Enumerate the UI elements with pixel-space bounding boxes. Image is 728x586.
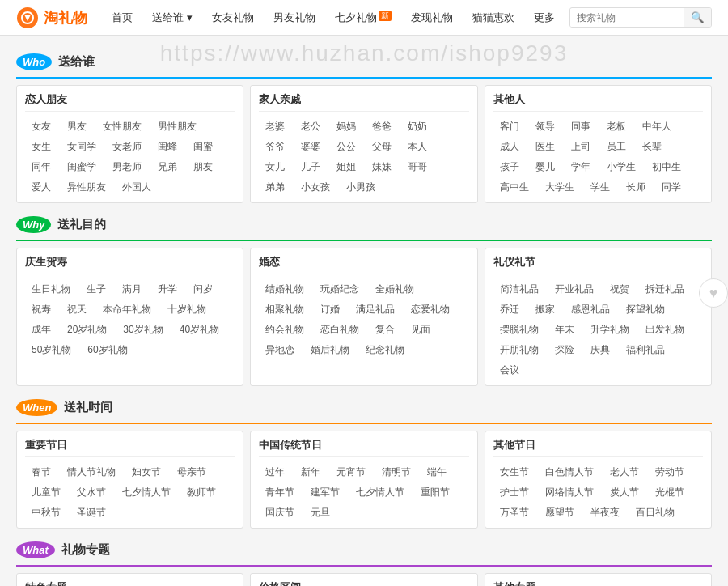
tag-open-biz[interactable]: 开业礼品 (548, 281, 600, 298)
tag-wedding[interactable]: 结婚礼物 (259, 281, 311, 298)
tag-mom[interactable]: 妈妈 (330, 118, 362, 135)
tag-smallgirl[interactable]: 小女孩 (294, 179, 336, 196)
tag-grandpa[interactable]: 爷爷 (259, 138, 291, 155)
tag-teacher-m[interactable]: 男老师 (106, 159, 148, 176)
tag-new-year-day[interactable]: 元旦 (304, 504, 336, 521)
tag-confess[interactable]: 恋白礼物 (314, 321, 366, 338)
tag-qingming[interactable]: 清明节 (375, 464, 417, 481)
tag-boss-tag[interactable]: 领导 (529, 118, 561, 135)
tag-qixi3[interactable]: 七夕情人节 (349, 484, 411, 501)
nav-more[interactable]: 更多 (526, 7, 563, 28)
tag-hundred-days[interactable]: 百日礼物 (629, 504, 681, 521)
tag-moving[interactable]: 乔迁 (493, 301, 526, 318)
tag-womens-day[interactable]: 妇女节 (125, 464, 167, 481)
tag-customer[interactable]: 客门 (493, 118, 526, 135)
tag-chongyang[interactable]: 重阳节 (414, 484, 456, 501)
tag-teacher-f[interactable]: 女老师 (106, 138, 148, 155)
tag-ml[interactable]: 婆婆 (294, 138, 327, 155)
tag-grandma[interactable]: 奶奶 (401, 118, 434, 135)
tag-girls-day[interactable]: 女生节 (493, 464, 535, 481)
tag-bestie[interactable]: 闺蜂 (151, 138, 184, 155)
tag-boy[interactable]: 同年 (25, 159, 57, 176)
tag-wife[interactable]: 老婆 (259, 118, 291, 135)
tag-bro[interactable]: 兄弟 (151, 159, 184, 176)
tag-date[interactable]: 约会礼物 (259, 321, 311, 338)
tag-reconcile[interactable]: 复合 (369, 321, 401, 338)
tag-son[interactable]: 儿子 (294, 159, 327, 176)
tag-daughter[interactable]: 女儿 (259, 159, 291, 176)
tag-elder-sis[interactable]: 姐姐 (330, 159, 362, 176)
tag-smallboy[interactable]: 小男孩 (340, 179, 382, 196)
tag-male-friend[interactable]: 男性朋友 (151, 118, 203, 135)
logo[interactable]: 淘礼物 (16, 6, 87, 29)
search-button[interactable]: 🔍 (684, 8, 711, 27)
tag-adult2[interactable]: 成年 (25, 321, 57, 338)
tag-middle[interactable]: 初中生 (645, 159, 688, 176)
tag-charcoal-day[interactable]: 炭人节 (603, 484, 645, 501)
tag-baby[interactable]: 婴儿 (529, 159, 561, 176)
tag-singles-day[interactable]: 光棍节 (649, 484, 691, 501)
tag-bff[interactable]: 闺蜜学 (61, 159, 103, 176)
tag-dating[interactable]: 恋爱礼物 (404, 301, 456, 318)
favorite-button[interactable]: ♥ (699, 278, 728, 308)
tag-parents[interactable]: 父母 (366, 138, 398, 155)
tag-longevity[interactable]: 祝寿 (25, 301, 57, 318)
tag-visit[interactable]: 探望礼物 (620, 301, 671, 318)
tag-foreign[interactable]: 外国人 (116, 179, 158, 196)
tag-welfare[interactable]: 福利礼品 (620, 342, 671, 359)
tag-self[interactable]: 本人 (401, 138, 434, 155)
tag-admission[interactable]: 升学 (151, 281, 184, 298)
tag-middle-age[interactable]: 中年人 (636, 118, 678, 135)
tag-halloween[interactable]: 万圣节 (493, 504, 535, 521)
tag-dad[interactable]: 爸爸 (366, 118, 398, 135)
tag-army-day[interactable]: 建军节 (304, 484, 346, 501)
tag-demolish[interactable]: 拆迁礼品 (639, 281, 691, 298)
tag-valentine[interactable]: 情人节礼物 (61, 464, 122, 481)
tag-girl[interactable]: 女生 (25, 138, 57, 155)
tag-lantern[interactable]: 元宵节 (330, 464, 372, 481)
tag-40gift[interactable]: 40岁礼物 (173, 321, 226, 338)
tag-qixi2[interactable]: 七夕情人节 (116, 484, 177, 501)
tag-nurse-day[interactable]: 护士节 (493, 484, 535, 501)
tag-child[interactable]: 孩子 (493, 159, 526, 176)
tag-primary[interactable]: 小学生 (600, 159, 642, 176)
tag-year-end[interactable]: 年末 (548, 321, 581, 338)
tag-longdist[interactable]: 异地恋 (259, 342, 301, 359)
tag-girlfriend[interactable]: 女友 (25, 118, 57, 135)
nav-boyfriend[interactable]: 男友礼物 (265, 7, 324, 28)
tag-young-bro[interactable]: 弟弟 (259, 179, 291, 196)
tag-bday-gift[interactable]: 生日礼物 (25, 281, 77, 298)
tag-newyear[interactable]: 过年 (259, 464, 291, 481)
tag-firstmeet[interactable]: 见面 (404, 321, 437, 338)
tag-mothers-day[interactable]: 母亲节 (171, 464, 213, 481)
tag-simple[interactable]: 简洁礼品 (493, 281, 545, 298)
nav-discover[interactable]: 发现礼物 (403, 7, 461, 28)
tag-elder[interactable]: 长辈 (636, 138, 668, 155)
tag-zodiac-gift[interactable]: 本命年礼物 (96, 301, 158, 318)
tag-congrat[interactable]: 祝贺 (603, 281, 636, 298)
tag-bless[interactable]: 祝天 (61, 301, 93, 318)
tag-anniversary[interactable]: 玩婚纪念 (314, 281, 366, 298)
tag-spring-fest[interactable]: 春节 (25, 464, 57, 481)
tag-meeting[interactable]: 会议 (493, 362, 526, 379)
tag-youth-day[interactable]: 青年节 (259, 484, 301, 501)
tag-childrens-day[interactable]: 儿童节 (25, 484, 67, 501)
tag-wish-day[interactable]: 愿望节 (539, 504, 581, 521)
tag-meet[interactable]: 相聚礼物 (259, 301, 311, 318)
tag-move2[interactable]: 搬家 (529, 301, 561, 318)
tag-christmas[interactable]: 圣诞节 (70, 504, 112, 521)
tag-boss2[interactable]: 老板 (600, 118, 633, 135)
tag-farewell[interactable]: 摆脱礼物 (493, 321, 545, 338)
tag-opposite[interactable]: 异性朋友 (61, 179, 112, 196)
tag-newborn[interactable]: 生子 (80, 281, 112, 298)
tag-50gift[interactable]: 50岁礼物 (25, 342, 78, 359)
tag-young-sis[interactable]: 妹妹 (366, 159, 398, 176)
tag-memorial[interactable]: 纪念礼物 (359, 342, 411, 359)
tag-student[interactable]: 学生 (584, 179, 616, 196)
tag-engage[interactable]: 订婚 (314, 301, 346, 318)
tag-online-val[interactable]: 网络情人节 (539, 484, 600, 501)
tag-school[interactable]: 升学礼物 (584, 321, 636, 338)
tag-high[interactable]: 高中生 (493, 179, 535, 196)
tag-boyfriend[interactable]: 男友 (61, 118, 93, 135)
tag-mid-autumn[interactable]: 中秋节 (25, 504, 67, 521)
